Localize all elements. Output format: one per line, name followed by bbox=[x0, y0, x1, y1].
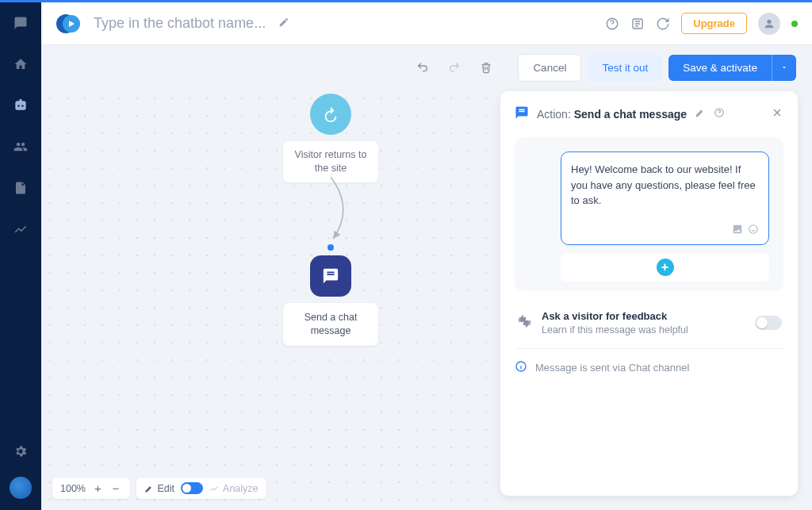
mode-switch: Edit Analyze bbox=[136, 477, 266, 499]
panel-close-icon[interactable] bbox=[771, 106, 783, 122]
connector-dot-icon bbox=[327, 244, 334, 251]
zoom-control: 100% + − bbox=[52, 477, 130, 499]
nav-chatbot-icon[interactable] bbox=[8, 93, 33, 118]
attach-image-icon[interactable] bbox=[732, 224, 743, 238]
upgrade-button[interactable]: Upgrade bbox=[681, 13, 747, 34]
zoom-in-button[interactable]: + bbox=[92, 481, 104, 495]
svg-point-7 bbox=[749, 225, 758, 234]
workspace: Visitor returns to the site Send a chat … bbox=[41, 90, 812, 510]
avatar[interactable] bbox=[758, 13, 780, 35]
thumbs-icon bbox=[516, 313, 532, 332]
editor-toolbar: Cancel Test it out Save & activate bbox=[41, 45, 812, 90]
analyze-mode-button[interactable]: Analyze bbox=[209, 483, 258, 494]
cancel-button[interactable]: Cancel bbox=[518, 54, 581, 82]
info-icon bbox=[515, 360, 527, 375]
edit-name-icon[interactable] bbox=[278, 17, 289, 31]
chatbot-name-input[interactable]: Type in the chatbot name... bbox=[94, 15, 266, 32]
left-navbar bbox=[0, 2, 41, 510]
refresh-icon[interactable] bbox=[656, 17, 670, 31]
nav-analytics-icon[interactable] bbox=[8, 217, 33, 242]
save-activate-button[interactable]: Save & activate bbox=[668, 55, 772, 81]
test-button[interactable]: Test it out bbox=[588, 55, 662, 81]
trigger-label: Visitor returns to the site bbox=[283, 141, 378, 182]
flow-canvas[interactable]: Visitor returns to the site Send a chat … bbox=[41, 90, 500, 510]
svg-point-5 bbox=[767, 19, 771, 23]
nav-chat-icon[interactable] bbox=[8, 10, 33, 36]
trigger-return-icon bbox=[310, 94, 351, 135]
brand-bubble-icon[interactable] bbox=[10, 477, 32, 499]
panel-chat-icon bbox=[515, 105, 529, 123]
info-row: Message is sent via Chat channel bbox=[515, 360, 783, 375]
feedback-sub: Learn if this message was helpful bbox=[542, 324, 745, 336]
mode-toggle[interactable] bbox=[181, 482, 203, 494]
redo-icon[interactable] bbox=[442, 55, 467, 80]
panel-help-icon[interactable] bbox=[714, 107, 725, 121]
message-input[interactable]: Hey! Welcome back to our website! If you… bbox=[561, 151, 769, 245]
brand-logo-icon bbox=[56, 11, 81, 36]
news-icon[interactable] bbox=[630, 17, 645, 31]
info-text: Message is sent via Chat channel bbox=[535, 362, 689, 374]
connector-arrow bbox=[319, 177, 374, 248]
save-dropdown-button[interactable] bbox=[772, 55, 796, 81]
top-header: Type in the chatbot name... Upgrade bbox=[41, 2, 812, 45]
add-message-button[interactable]: + bbox=[657, 259, 674, 276]
nav-settings-icon[interactable] bbox=[8, 439, 33, 464]
action-node[interactable]: Send a chat message bbox=[283, 244, 378, 346]
bottom-toolbar: 100% + − Edit Analyze bbox=[52, 477, 266, 499]
action-panel: Action: Send a chat message Hey! Welcome… bbox=[500, 91, 798, 496]
nav-home-icon[interactable] bbox=[8, 52, 33, 77]
panel-title: Action: Send a chat message bbox=[537, 108, 687, 121]
undo-icon[interactable] bbox=[410, 55, 435, 80]
emoji-icon[interactable] bbox=[748, 224, 759, 238]
online-status-dot bbox=[791, 21, 798, 27]
action-label: Send a chat message bbox=[283, 303, 378, 346]
message-block: Hey! Welcome back to our website! If you… bbox=[515, 137, 783, 291]
trigger-node[interactable]: Visitor returns to the site bbox=[283, 94, 378, 182]
nav-contacts-icon[interactable] bbox=[8, 134, 33, 159]
panel-edit-icon[interactable] bbox=[695, 107, 706, 121]
zoom-out-button[interactable]: − bbox=[110, 481, 122, 495]
action-chat-icon bbox=[310, 255, 351, 297]
add-message-row: + bbox=[561, 253, 769, 282]
feedback-title: Ask a visitor for feedback bbox=[542, 310, 745, 322]
feedback-toggle[interactable] bbox=[755, 316, 782, 330]
zoom-value: 100% bbox=[60, 483, 86, 494]
edit-mode-button[interactable]: Edit bbox=[144, 483, 175, 494]
message-text[interactable]: Hey! Welcome back to our website! If you… bbox=[571, 162, 759, 219]
nav-docs-icon[interactable] bbox=[8, 175, 33, 201]
delete-icon[interactable] bbox=[473, 55, 499, 80]
feedback-row: Ask a visitor for feedback Learn if this… bbox=[515, 305, 783, 349]
help-icon[interactable] bbox=[605, 17, 619, 31]
